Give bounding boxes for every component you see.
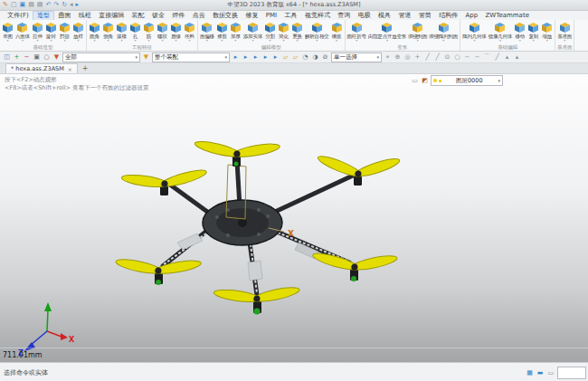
menu-tab-assembly[interactable]: 装配: [128, 11, 147, 20]
ribbon-btn-copy[interactable]: 复制: [526, 21, 540, 43]
ribbon-btn-move[interactable]: 移动: [513, 21, 526, 43]
ribbon-btn-thread[interactable]: 螺纹: [156, 21, 169, 43]
circle-select-icon[interactable]: ○: [43, 52, 51, 62]
ribbon-btn-replace[interactable]: 更换: [290, 21, 304, 43]
ribbon-btn-chamfer[interactable]: 倒角: [101, 21, 115, 43]
menu-tab-zwteammate[interactable]: ZWTeammate: [481, 11, 533, 20]
document-tab-active[interactable]: * hexa.ass.Z3ASM ×: [5, 63, 78, 73]
ribbon-btn-deform-by-points[interactable]: 由指定点开放变形: [367, 21, 407, 43]
pick-last-icon[interactable]: ▸: [232, 52, 240, 62]
close-tab-icon[interactable]: ×: [68, 66, 72, 72]
snap-arc-icon[interactable]: ○: [453, 52, 461, 62]
menu-tab-direct-edit[interactable]: 直接编辑: [95, 11, 128, 20]
ribbon-btn-draft[interactable]: 拔模: [115, 21, 128, 43]
ribbon-btn-sketch[interactable]: 草图: [1, 21, 14, 43]
filter-type-select[interactable]: 全部▾: [62, 52, 140, 62]
ribbon-btn-extrude[interactable]: 拉伸: [31, 21, 44, 43]
ribbon-btn-mirror-geometry[interactable]: 镜像几何体: [488, 21, 514, 43]
ribbon-btn-fillet[interactable]: 圆角: [88, 21, 101, 43]
pick-all-icon[interactable]: ▸: [242, 52, 250, 62]
hexacopter-model[interactable]: X X Z: [0, 74, 588, 362]
folder-save-icon[interactable]: ▱: [291, 52, 299, 62]
ribbon-btn-resolve-self-intersection[interactable]: 解析自相交: [304, 21, 330, 43]
ribbon-btn-add-solid[interactable]: 添加实体: [242, 21, 263, 43]
ribbon-btn-trim[interactable]: 修剪: [215, 21, 229, 43]
new-tab-button[interactable]: +: [82, 64, 89, 73]
pick-chain-icon[interactable]: ▸: [251, 52, 260, 62]
hole-label: 孔: [133, 33, 138, 39]
snap-center-icon[interactable]: ◎: [403, 52, 412, 62]
history-forward-icon[interactable]: ◑: [311, 52, 319, 62]
menu-tab-electrode[interactable]: 电极: [354, 11, 374, 20]
menu-tab-app[interactable]: App: [461, 11, 481, 20]
menu-tab-point-cloud[interactable]: 点云: [189, 11, 209, 20]
ribbon-btn-face-offset[interactable]: 面偏移: [199, 21, 215, 43]
ribbon-btn-sweep[interactable]: 扫掠: [58, 21, 71, 43]
menu-tab-tools[interactable]: 工具: [280, 11, 300, 20]
ribbon-btn-revolve[interactable]: 旋转: [44, 21, 58, 43]
snap-circle-icon[interactable]: ⊙: [443, 52, 451, 62]
ribbon-btn-hole[interactable]: 孔: [128, 21, 142, 43]
folder-open-icon[interactable]: ▱: [281, 52, 289, 62]
window-restore-icon[interactable]: ▭: [547, 369, 554, 376]
ribbon-btn-cylindrical-bend[interactable]: 圆柱折弯: [346, 21, 367, 43]
grab-alt-icon[interactable]: ▴: [513, 52, 521, 62]
menu-tab-repair[interactable]: 修复: [242, 11, 261, 20]
menu-tab-inquire[interactable]: 查询: [334, 11, 354, 20]
no-filter-icon[interactable]: ⊘: [321, 52, 329, 62]
menu-tab-wireframe[interactable]: 线框: [75, 11, 95, 20]
menu-tab-visual-style[interactable]: 视觉样式: [301, 11, 334, 20]
remove-entity-icon[interactable]: −: [23, 52, 31, 62]
display-manager-icon[interactable]: ◫: [3, 52, 11, 62]
pick-feature-icon[interactable]: ▸: [271, 52, 280, 62]
selection-mode-select[interactable]: 单一选择▾: [331, 52, 382, 62]
ribbon-btn-wrap-to-face[interactable]: 缠绕到面: [407, 21, 428, 43]
menu-tab-file[interactable]: 文件(F): [4, 11, 33, 20]
menu-tab-sheet-metal[interactable]: 钣金: [148, 11, 168, 20]
status-quick-input[interactable]: [557, 367, 586, 379]
monitor-icon[interactable]: ▬: [537, 369, 544, 376]
menu-tab-surface[interactable]: 曲面: [54, 11, 74, 20]
ribbon-btn-pattern-geometry[interactable]: 阵列几何体: [461, 21, 488, 43]
selection-scope-select[interactable]: 整个装配▾: [152, 52, 230, 62]
add-entity-icon[interactable]: +: [13, 52, 21, 62]
menu-tab-piping[interactable]: 管道: [394, 11, 414, 20]
menu-tab-weldment[interactable]: 焊件: [168, 11, 188, 20]
ribbon-btn-inlay[interactable]: 镶嵌: [330, 21, 344, 43]
ribbon-btn-datum-plane[interactable]: 基准面: [556, 21, 573, 43]
snap-angle-icon[interactable]: ╱: [493, 52, 501, 62]
ribbon-group-label-4: 基础编辑: [461, 43, 554, 51]
ribbon-btn-thicken[interactable]: 加厚: [229, 21, 242, 43]
pick-loop-icon[interactable]: ▸: [261, 52, 270, 62]
snap-line-icon[interactable]: ╱: [423, 52, 432, 62]
ribbon-btn-scale[interactable]: 缩放: [540, 21, 554, 43]
snap-intersection-icon[interactable]: ⊕: [394, 52, 402, 62]
window-select-icon[interactable]: ▣: [33, 52, 41, 62]
ribbon-btn-loft[interactable]: 放样: [71, 21, 85, 43]
snap-spline-icon[interactable]: ~: [473, 52, 481, 62]
snap-point-icon[interactable]: ⌖: [384, 52, 392, 62]
snap-parallel-icon[interactable]: ╱: [433, 52, 441, 62]
ribbon-btn-rib[interactable]: 筋: [142, 21, 156, 43]
snap-curve-icon[interactable]: ~: [463, 52, 471, 62]
menu-tab-pmi[interactable]: PMI: [262, 11, 281, 20]
ribbon-btn-divide[interactable]: 分割: [263, 21, 277, 43]
menu-tab-data-exchange[interactable]: 数据交换: [209, 11, 242, 20]
history-back-icon[interactable]: ◔: [301, 52, 309, 62]
filter-reset-icon[interactable]: ▼: [52, 52, 61, 62]
snap-cross-icon[interactable]: +: [413, 52, 422, 62]
viewport-3d[interactable]: 按下<F2>动态观察<F8>或者<Shift+roll> 查看下一个有效的过滤器…: [0, 74, 588, 362]
ribbon-btn-stock[interactable]: 坯料: [183, 21, 196, 43]
menu-tab-frame[interactable]: 结构件: [435, 11, 461, 20]
ribbon-btn-lip[interactable]: 唇缘: [169, 21, 183, 43]
grab-icon[interactable]: ▴: [503, 52, 511, 62]
ribbon-btn-box[interactable]: 六面体: [14, 21, 31, 43]
layout-grid-icon[interactable]: ▦: [526, 369, 533, 376]
ribbon-btn-simplify[interactable]: 简化: [277, 21, 290, 43]
menu-tab-tubing[interactable]: 管筒: [415, 11, 435, 20]
menu-tab-shape[interactable]: 造型: [33, 11, 54, 20]
move-label: 移动: [515, 33, 525, 39]
ribbon-btn-wrap-pattern-to-face[interactable]: 缠绕阵列到面: [428, 21, 459, 43]
snap-tangent-icon[interactable]: ⌒: [483, 52, 491, 62]
menu-tab-mold[interactable]: 模具: [375, 11, 394, 20]
